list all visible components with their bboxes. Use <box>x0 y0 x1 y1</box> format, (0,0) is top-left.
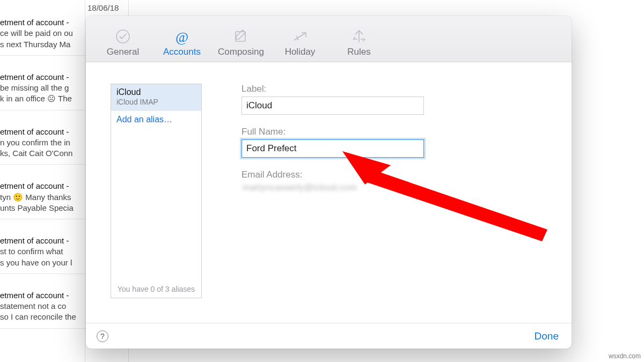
svg-rect-2 <box>236 32 245 41</box>
mail-preferences-sheet: General @ Accounts Composing Holiday Rul… <box>86 16 572 349</box>
svg-text:@: @ <box>175 29 188 45</box>
tab-label: Accounts <box>163 47 201 57</box>
at-icon: @ <box>152 28 211 45</box>
tab-rules[interactable]: Rules <box>330 28 389 62</box>
label-field-label: Label: <box>241 84 435 94</box>
tab-label: Composing <box>218 47 264 57</box>
account-item-icloud[interactable]: iCloud iCloud IMAP <box>111 84 201 111</box>
tab-composing[interactable]: Composing <box>211 28 270 62</box>
tab-label: Holiday <box>285 47 316 57</box>
fullname-field-label: Full Name: <box>241 127 435 137</box>
account-name: iCloud <box>116 87 196 97</box>
arrows-icon <box>330 28 389 45</box>
add-alias-link[interactable]: Add an alias… <box>111 111 201 128</box>
preferences-body: iCloud iCloud IMAP Add an alias… You hav… <box>86 62 572 323</box>
tab-holiday[interactable]: Holiday <box>270 28 330 62</box>
svg-point-0 <box>116 30 129 43</box>
account-detail: iCloud IMAP <box>116 98 196 106</box>
fullname-input[interactable] <box>241 139 424 158</box>
airplane-icon <box>270 28 330 45</box>
tab-accounts[interactable]: @ Accounts <box>152 28 211 62</box>
accounts-list[interactable]: iCloud iCloud IMAP Add an alias… You hav… <box>111 84 202 298</box>
email-value: martyncasserly@icloud.com <box>241 182 435 193</box>
account-form: Label: Full Name: Email Address: martync… <box>241 84 435 205</box>
watermark: wsxdn.com <box>609 352 641 360</box>
compose-icon <box>211 28 270 45</box>
tab-label: General <box>107 47 139 57</box>
aliases-footer: You have 0 of 3 aliases <box>111 282 201 298</box>
help-button[interactable]: ? <box>97 330 108 342</box>
done-button[interactable]: Done <box>535 330 559 342</box>
preferences-toolbar: General @ Accounts Composing Holiday Rul… <box>86 16 572 62</box>
tab-general[interactable]: General <box>93 28 152 62</box>
checkmark-icon <box>93 28 152 45</box>
tab-label: Rules <box>347 47 370 57</box>
sheet-footer: ? Done <box>86 323 572 349</box>
label-input[interactable] <box>241 97 424 115</box>
email-field-label: Email Address: <box>241 169 435 180</box>
